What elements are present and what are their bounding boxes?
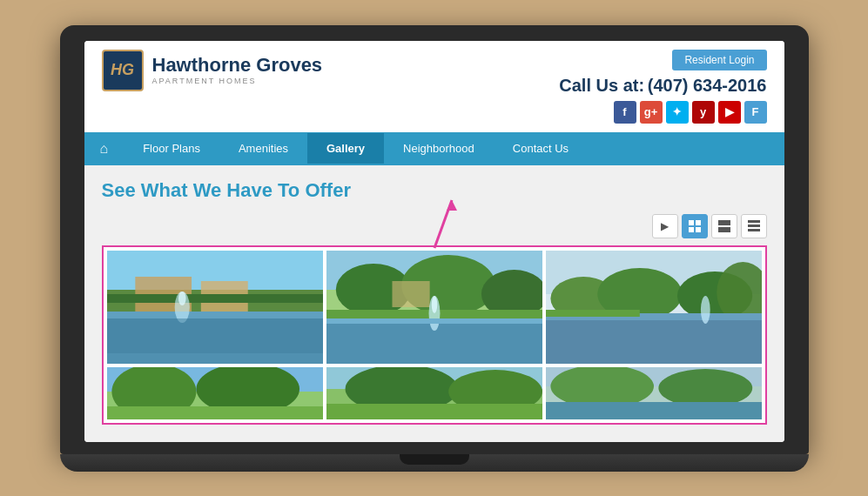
nav-contact[interactable]: Contact Us	[494, 133, 588, 164]
gallery-container	[102, 245, 767, 425]
gallery-item[interactable]	[326, 367, 542, 419]
svg-rect-2	[689, 220, 694, 225]
slideshow-view-button[interactable]: ▶	[652, 214, 678, 238]
svg-rect-5	[696, 227, 701, 232]
svg-rect-6	[718, 220, 730, 225]
svg-rect-8	[748, 220, 760, 223]
phone-value: (407) 634-2016	[648, 76, 767, 95]
site-name: Hawthorne Groves	[152, 55, 323, 76]
nav-neighborhood[interactable]: Neighborhood	[384, 133, 494, 164]
gallery-item[interactable]	[107, 367, 323, 419]
svg-point-31	[431, 296, 436, 313]
svg-rect-52	[326, 404, 542, 419]
nav-home[interactable]: ⌂	[84, 132, 124, 165]
page-heading: See What We Have To Offer	[102, 179, 767, 202]
yelp-icon[interactable]: y	[692, 101, 715, 124]
logo-badge: HG	[102, 50, 144, 91]
logo-area: HG Hawthorne Groves APARTMENT HOMES	[102, 50, 323, 91]
gallery-item[interactable]	[107, 251, 323, 364]
screen-bezel: HG Hawthorne Groves APARTMENT HOMES Resi…	[60, 25, 809, 454]
svg-point-20	[178, 292, 185, 305]
header-right: Resident Login Call Us at: (407) 634-201…	[559, 50, 766, 124]
page-content: See What We Have To Offer ▶	[84, 165, 784, 442]
laptop-base	[60, 454, 809, 472]
svg-rect-57	[546, 402, 762, 419]
list-small-view-button[interactable]	[741, 214, 767, 238]
social-icons-bar: f g+ ✦ y ▶ F	[614, 101, 767, 124]
svg-point-41	[700, 296, 710, 324]
website: HG Hawthorne Groves APARTMENT HOMES Resi…	[84, 41, 784, 442]
svg-point-56	[658, 369, 752, 407]
nav-amenities[interactable]: Amenities	[219, 133, 307, 164]
svg-rect-3	[696, 220, 701, 225]
svg-rect-10	[748, 229, 760, 231]
site-nav: ⌂ Floor Plans Amenities Gallery Neighbor…	[84, 132, 784, 165]
nav-gallery[interactable]: Gallery	[307, 133, 384, 164]
svg-rect-16	[107, 294, 323, 303]
svg-rect-4	[689, 227, 694, 232]
svg-rect-27	[392, 281, 429, 307]
laptop: HG Hawthorne Groves APARTMENT HOMES Resi…	[60, 25, 809, 472]
logo-text: Hawthorne Groves APARTMENT HOMES	[152, 55, 323, 84]
screen: HG Hawthorne Groves APARTMENT HOMES Resi…	[84, 41, 784, 442]
gallery-item[interactable]	[546, 251, 762, 364]
gallery-toolbar: ▶	[102, 214, 767, 238]
resident-login-button[interactable]: Resident Login	[672, 50, 766, 70]
svg-rect-39	[546, 313, 762, 364]
youtube-icon[interactable]: ▶	[718, 101, 741, 124]
svg-rect-9	[748, 225, 760, 227]
grid-view-button[interactable]	[682, 214, 708, 238]
nav-floor-plans[interactable]: Floor Plans	[124, 133, 219, 164]
logo-badge-text: HG	[111, 61, 134, 79]
gallery-item[interactable]	[546, 367, 762, 419]
google-plus-icon[interactable]: g+	[640, 101, 663, 124]
svg-rect-21	[107, 318, 323, 353]
svg-rect-32	[326, 318, 542, 324]
list-large-view-button[interactable]	[711, 214, 737, 238]
gallery-grid	[107, 251, 762, 419]
call-label: Call Us at:	[559, 76, 644, 95]
gallery-item[interactable]	[326, 251, 542, 364]
facebook-icon[interactable]: f	[614, 101, 636, 124]
foursquare-icon[interactable]: F	[744, 101, 767, 124]
site-header: HG Hawthorne Groves APARTMENT HOMES Resi…	[84, 41, 784, 132]
svg-rect-42	[546, 310, 640, 317]
phone-number: Call Us at: (407) 634-2016	[559, 76, 766, 96]
svg-rect-47	[107, 406, 323, 419]
svg-rect-7	[718, 227, 730, 232]
svg-rect-18	[107, 312, 323, 318]
sky-icon[interactable]: ✦	[666, 101, 689, 124]
site-tagline: APARTMENT HOMES	[152, 77, 323, 85]
laptop-notch	[400, 454, 469, 465]
